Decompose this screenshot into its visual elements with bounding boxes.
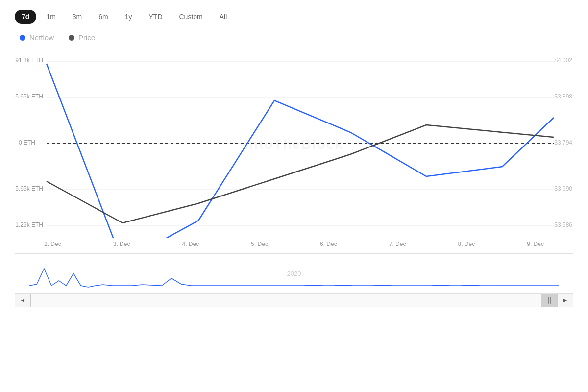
x-label-7: 8. Dec <box>458 241 475 247</box>
mini-chart-container: 2020 <box>15 253 573 294</box>
svg-text:$3,898: $3,898 <box>554 93 572 100</box>
time-range-bar: 7d 1m 3m 6m 1y YTD Custom All <box>15 10 573 24</box>
x-label-8: 9. Dec <box>527 241 544 247</box>
chart-legend: Netflow Price <box>15 33 573 42</box>
nav-grip-line-1 <box>548 297 549 304</box>
x-label-6: 7. Dec <box>389 241 406 247</box>
nav-handle-grip <box>548 297 551 304</box>
netflow-dot <box>20 35 25 41</box>
time-btn-1y[interactable]: 1y <box>118 10 139 24</box>
svg-text:$4,002: $4,002 <box>554 57 572 64</box>
chart-svg: 91.3k ETH 45.65k ETH 0 ETH -45.65k ETH -… <box>15 51 573 238</box>
svg-text:2020: 2020 <box>287 270 301 277</box>
price-dot <box>69 35 74 41</box>
price-line <box>47 125 554 223</box>
nav-grip-line-2 <box>550 297 551 304</box>
time-btn-3m[interactable]: 3m <box>66 10 89 24</box>
x-label-1: 2. Dec <box>44 241 61 247</box>
main-chart[interactable]: IntoTheBlock 91.3k ETH 45.65k ETH 0 ETH … <box>15 51 573 238</box>
x-label-4: 5. Dec <box>251 241 268 247</box>
time-btn-all[interactable]: All <box>213 10 234 24</box>
price-label: Price <box>78 33 95 42</box>
svg-text:45.65k ETH: 45.65k ETH <box>15 93 43 100</box>
legend-price: Price <box>69 33 95 42</box>
time-btn-custom[interactable]: Custom <box>172 10 210 24</box>
main-container: 7d 1m 3m 6m 1y YTD Custom All Netflow Pr… <box>0 0 588 392</box>
nav-right-button[interactable]: ► <box>557 294 573 307</box>
mini-chart-svg[interactable]: 2020 <box>15 254 573 293</box>
svg-text:91.3k ETH: 91.3k ETH <box>15 57 43 64</box>
x-label-2: 3. Dec <box>113 241 130 247</box>
netflow-label: Netflow <box>29 33 54 42</box>
time-btn-1m[interactable]: 1m <box>39 10 62 24</box>
nav-track[interactable] <box>31 294 557 307</box>
svg-text:$3,690: $3,690 <box>554 185 572 192</box>
legend-netflow: Netflow <box>20 33 54 42</box>
x-label-5: 6. Dec <box>320 241 337 247</box>
svg-text:$3,586: $3,586 <box>554 221 572 228</box>
netflow-line <box>47 64 554 238</box>
svg-text:$3,794: $3,794 <box>554 139 572 146</box>
x-axis: 2. Dec 3. Dec 4. Dec 5. Dec 6. Dec 7. De… <box>15 238 573 247</box>
time-btn-6m[interactable]: 6m <box>92 10 115 24</box>
svg-text:0 ETH: 0 ETH <box>19 139 35 146</box>
navigator[interactable]: ◄ ► <box>15 294 573 307</box>
nav-handle[interactable] <box>541 294 557 307</box>
time-btn-7d[interactable]: 7d <box>15 10 36 24</box>
time-btn-ytd[interactable]: YTD <box>142 10 170 24</box>
svg-text:-45.65k ETH: -45.65k ETH <box>15 185 43 192</box>
x-label-3: 4. Dec <box>182 241 199 247</box>
chart-wrapper: IntoTheBlock 91.3k ETH 45.65k ETH 0 ETH … <box>15 51 573 307</box>
svg-text:-91.29k ETH: -91.29k ETH <box>15 221 43 228</box>
nav-left-button[interactable]: ◄ <box>15 294 31 307</box>
